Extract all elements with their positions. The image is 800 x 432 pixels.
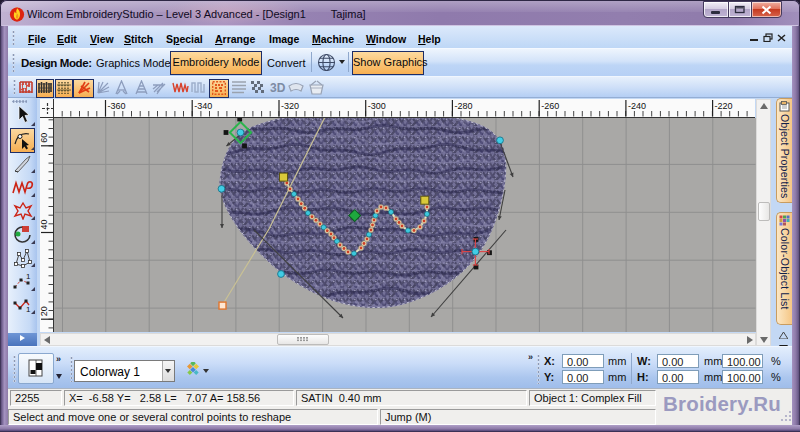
svg-text:-360: -360 bbox=[108, 101, 126, 111]
svg-text:-220: -220 bbox=[715, 101, 733, 111]
svg-text:60: 60 bbox=[40, 133, 49, 143]
svg-text:20: 20 bbox=[40, 306, 49, 316]
svg-text:-320: -320 bbox=[281, 101, 299, 111]
svg-text:1: 1 bbox=[26, 272, 31, 281]
svg-text:40: 40 bbox=[40, 219, 49, 229]
svg-text:-240: -240 bbox=[628, 101, 646, 111]
svg-text:-300: -300 bbox=[368, 101, 386, 111]
svg-text:-280: -280 bbox=[454, 101, 472, 111]
svg-text:-260: -260 bbox=[541, 101, 559, 111]
svg-text:-340: -340 bbox=[194, 101, 212, 111]
